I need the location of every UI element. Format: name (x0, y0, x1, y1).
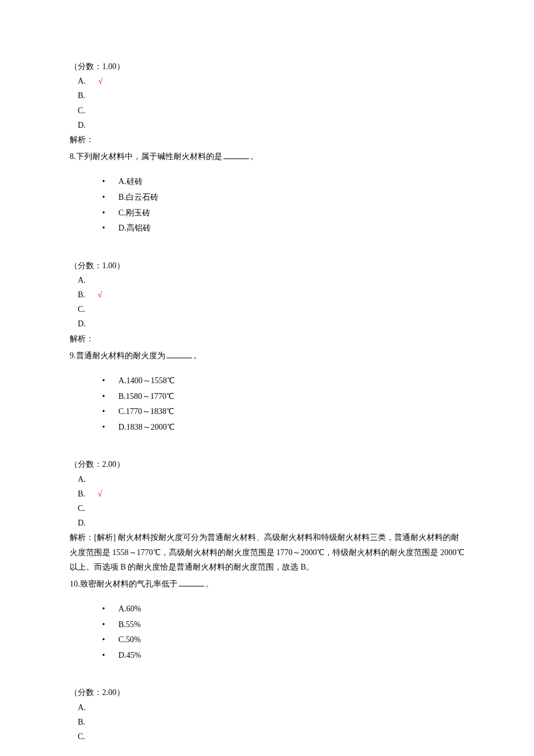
option-b: B.55% (102, 617, 464, 633)
analysis-label: 解析： (70, 132, 464, 147)
answer-label: A. (78, 77, 86, 85)
answer-b: B. (70, 715, 464, 729)
options-list: A.60% B.55% C.50% D.45% (70, 602, 464, 663)
score-line: （分数：2.00） (70, 457, 464, 471)
check-icon: √ (98, 77, 103, 85)
option-b: B.1580～1770℃ (102, 389, 464, 405)
period: 。 (250, 152, 258, 161)
analysis-text: 解析：[解析] 耐火材料按耐火度可分为普通耐火材料、高级耐火材料和特级耐火材料三… (70, 530, 464, 574)
period: 。 (193, 351, 201, 360)
answer-a: A. √ (70, 74, 464, 88)
answer-c: C. (70, 302, 464, 316)
analysis-label: 解析： (70, 332, 464, 346)
option-b: B.白云石砖 (102, 190, 464, 206)
answer-d: D. (70, 316, 464, 331)
check-icon: √ (98, 290, 102, 299)
question-9-block: 9.普通耐火材料的耐火度为。 A.1400～1558℃ B.1580～1770℃… (70, 348, 464, 574)
blank-underline (179, 578, 204, 586)
question-stem: 9.普通耐火材料的耐火度为 (70, 351, 165, 360)
option-c: C.50% (102, 632, 464, 648)
question-7-block: （分数：1.00） A. √ B. C. D. 解析： (70, 59, 464, 147)
answer-a: A. (70, 472, 464, 487)
question-10-block: 10.致密耐火材料的气孔率低于。 A.60% B.55% C.50% D.45%… (70, 577, 464, 744)
question-text: 8.下列耐火材料中，属于碱性耐火材料的是。 (70, 149, 464, 164)
answer-a: A. (70, 700, 464, 715)
period: 。 (205, 579, 214, 588)
option-d: D.高铝砖 (102, 221, 464, 236)
answer-a: A. (70, 273, 464, 287)
score-line: （分数：1.00） (70, 59, 464, 74)
answer-c: C. (70, 501, 464, 516)
question-8-block: 8.下列耐火材料中，属于碱性耐火材料的是。 A.硅砖 B.白云石砖 C.刚玉砖 … (70, 149, 464, 346)
options-list: A.硅砖 B.白云石砖 C.刚玉砖 D.高铝砖 (70, 174, 464, 236)
question-stem: 10.致密耐火材料的气孔率低于 (70, 579, 178, 588)
option-c: C.1770～1838℃ (102, 404, 464, 420)
answer-c: C. (70, 103, 464, 118)
answer-d: D. (70, 516, 464, 530)
answer-label: B. (78, 489, 85, 498)
option-d: D.45% (102, 648, 464, 664)
answer-b: B. √ (70, 287, 464, 302)
answer-b: B. (70, 88, 464, 103)
options-list: A.1400～1558℃ B.1580～1770℃ C.1770～1838℃ D… (70, 373, 464, 435)
answer-c: C. (70, 729, 464, 744)
option-c: C.刚玉砖 (102, 206, 464, 221)
blank-underline (223, 151, 249, 159)
answer-label: B. (78, 290, 85, 299)
option-a: A.1400～1558℃ (102, 373, 464, 389)
check-icon: √ (98, 489, 102, 498)
option-a: A.硅砖 (102, 174, 464, 190)
score-line: （分数：1.00） (70, 258, 464, 273)
question-text: 10.致密耐火材料的气孔率低于。 (70, 577, 464, 591)
question-text: 9.普通耐火材料的耐火度为。 (70, 348, 464, 363)
blank-underline (167, 350, 192, 358)
answer-b: B. √ (70, 487, 464, 501)
question-stem: 8.下列耐火材料中，属于碱性耐火材料的是 (70, 152, 222, 161)
option-d: D.1838～2000℃ (102, 420, 464, 435)
answer-d: D. (70, 118, 464, 132)
score-line: （分数：2.00） (70, 685, 464, 700)
option-a: A.60% (102, 602, 464, 617)
